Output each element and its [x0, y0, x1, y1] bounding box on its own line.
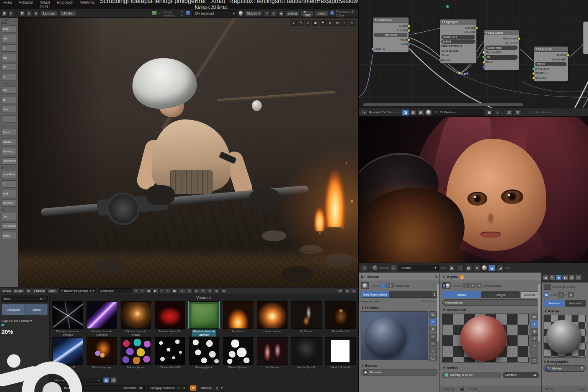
filter-button[interactable]: Lrtm	[47, 288, 57, 293]
strobe-field[interactable]: Strtoint⚒	[544, 365, 586, 372]
vertical-scrollbar[interactable]	[538, 284, 540, 341]
annotate-icon[interactable]: ✎	[298, 20, 304, 26]
node-row[interactable]: II. CVSB	[374, 28, 407, 33]
link-icon[interactable]: ▦	[103, 377, 109, 383]
asset-item[interactable]: IAlemep fjeceio	[188, 337, 220, 369]
tool-button[interactable]: sam Sberc	[1, 171, 17, 178]
node-row[interactable]: B BMB	[441, 39, 475, 44]
playback-button[interactable]: ‹	[140, 288, 145, 293]
asset-item[interactable]: Psnta Blentod	[324, 301, 357, 336]
asset-item[interactable]: I'Demes Sjets000	[154, 337, 186, 369]
tool-button[interactable]: Hl	[1, 44, 17, 52]
unlink-icon[interactable]: ✕	[477, 283, 482, 288]
faded-button[interactable]: +9 Brass	[425, 300, 438, 303]
catalog-field[interactable]: cnt|G⋈ ✓	[2, 296, 48, 302]
playback-button[interactable]: ▶	[152, 288, 158, 293]
fake-user-icon[interactable]: ≈	[470, 283, 475, 288]
menu-item[interactable]: Fdmocrt	[16, 0, 37, 9]
image-datablock[interactable]: ⛉32 Kheltons	[433, 109, 484, 116]
node-row[interactable]: IB.IBIB Help	[485, 46, 518, 50]
node-row[interactable]: IBfvBvB(-I	[535, 76, 567, 80]
corner-button[interactable]: ≫	[337, 288, 344, 293]
keying-button[interactable]: ∿	[179, 288, 185, 293]
shader-node[interactable]: ▾E-OW-Flows IV.nerd II. CVSB IAV-Frevet …	[373, 17, 409, 52]
keying-button[interactable]: ⇅	[186, 288, 193, 293]
playback-button[interactable]: »	[165, 288, 170, 293]
new-icon[interactable]: ≡	[381, 283, 387, 288]
render-option-button[interactable]: svfmg	[285, 10, 300, 16]
property-tab-icon[interactable]: ∞	[575, 275, 581, 280]
tool-button[interactable]: G6	[1, 64, 17, 71]
keying-button[interactable]: ⊜	[213, 288, 220, 293]
proportional-label[interactable]: Ibecio Hosany	[163, 10, 180, 17]
object-button[interactable]: Betds	[493, 284, 501, 287]
asset-item[interactable]: IAlert 2 [9 Leoda	[324, 337, 357, 369]
asset-item[interactable]: Foe Jssse	[222, 301, 255, 336]
viewport-3d[interactable]: ∨ ✎ 3° ▣ ⚑ e ▤ ✓ ✕	[18, 18, 358, 287]
property-tab-icon[interactable]: ⚙	[569, 275, 575, 280]
node-header[interactable]: ▾IVbik Srvlrlt	[534, 47, 568, 52]
keying-button[interactable]: ≋	[220, 288, 227, 293]
shader-value-field[interactable]: Eternity ⊕ 50 28	[442, 372, 501, 378]
shader-type-dropdown[interactable]: Lumbert▴▾	[503, 372, 539, 378]
close-icon[interactable]: ✕	[568, 292, 574, 297]
paint-mode-icon[interactable]: ◪	[402, 109, 409, 116]
preview-section-header[interactable]: ▼ Prense	[542, 308, 588, 314]
partial-node[interactable]	[583, 21, 588, 54]
node-row[interactable]: IV.nerd	[374, 24, 407, 28]
editor-type-icon[interactable]: ◑	[361, 265, 368, 271]
library-dropdown[interactable]: Expo LE Ilel 'Futibas ▾	[2, 319, 48, 323]
checkbox[interactable]	[460, 387, 464, 391]
playback-button[interactable]: ▣	[171, 288, 178, 293]
menu-item[interactable]: Rl.Dowch	[54, 0, 77, 9]
collapse-icon[interactable]: ▾	[375, 18, 376, 21]
asset-thumbnail[interactable]	[291, 301, 322, 329]
tool-button[interactable]: sod8	[1, 25, 17, 33]
shader-node[interactable]: ▾IVbik Srvlrlt Ib Bidivs IAP's II.BBT IB…	[534, 46, 568, 82]
asset-thumbnail[interactable]	[189, 337, 219, 365]
tool-button[interactable]: slare	[1, 106, 17, 113]
axis-icon[interactable]: 3°	[305, 20, 311, 26]
node-row[interactable]: IBMb TXYMSLI9	[441, 44, 475, 48]
catalog-toggle[interactable]: Underpins:Fabrics	[2, 304, 48, 315]
surface-section-header[interactable]: ▼ Berltss	[440, 364, 541, 371]
asset-thumbnail[interactable]	[291, 337, 322, 365]
tool-button[interactable]: slerdbeg	[1, 148, 17, 155]
node-row[interactable]	[485, 65, 518, 69]
node-row[interactable]: IB.BSU	[441, 58, 475, 62]
node-row[interactable]: IBfsvrI	[485, 60, 518, 64]
tool-button[interactable]: GL	[1, 167, 17, 170]
asset-item[interactable]: S9easu' Ijsoeeno	[222, 337, 255, 369]
asset-item[interactable]: Flrewlks JonoodeFersnene	[85, 301, 118, 336]
playback-button[interactable]: «	[133, 288, 139, 293]
filter-button[interactable]: ⊞ Ost	[12, 288, 24, 293]
scene-stats[interactable]: Lavegagi metodeo?|<	[147, 385, 188, 391]
tool-button[interactable]: o9e	[1, 35, 17, 42]
tool-button[interactable]: BbOVbemm	[1, 157, 17, 165]
shield-icon[interactable]: ▫	[463, 283, 469, 288]
asset-thumbnail[interactable]	[257, 337, 287, 365]
node-header[interactable]: ▾F5g5-5geet	[440, 20, 476, 24]
property-tab-icon[interactable]: ≣	[543, 275, 549, 280]
asset-thumbnail[interactable]	[155, 301, 185, 329]
append-icon[interactable]: ≌	[111, 377, 116, 383]
playback-button[interactable]: ◀	[145, 288, 151, 293]
tool-button[interactable]: BeeeBemme	[1, 222, 17, 230]
uv-grid-icon[interactable]: ▦	[410, 109, 416, 116]
node-row[interactable]: IN	[485, 55, 518, 60]
image-icon[interactable]	[152, 11, 157, 16]
asset-item[interactable]: Ihm' fjeoins	[256, 337, 289, 369]
panel-header[interactable]: |ODesson▾	[359, 273, 439, 281]
material-name[interactable]: Jhtslds	[370, 284, 380, 287]
data-button[interactable]: Bevds	[483, 284, 492, 287]
asset-item[interactable]: Bbsrten sJjoesr Sd	[154, 301, 186, 336]
display-mode-field[interactable]: 2% eeuepjpt▾	[192, 10, 237, 16]
mask-grid-icon[interactable]: ▩	[417, 109, 424, 116]
material-icon[interactable]: ◀	[278, 10, 284, 16]
editor-type-icon[interactable]: ◑	[361, 109, 368, 116]
node-row[interactable]: IBBBS'T-6 I	[441, 35, 475, 39]
monitor-icon[interactable]: ⛶	[390, 265, 397, 271]
view-shading-icon[interactable]: ▣	[312, 20, 318, 26]
horizontal-scrollbar[interactable]	[363, 103, 523, 106]
material-sphere-icon[interactable]	[361, 282, 369, 289]
